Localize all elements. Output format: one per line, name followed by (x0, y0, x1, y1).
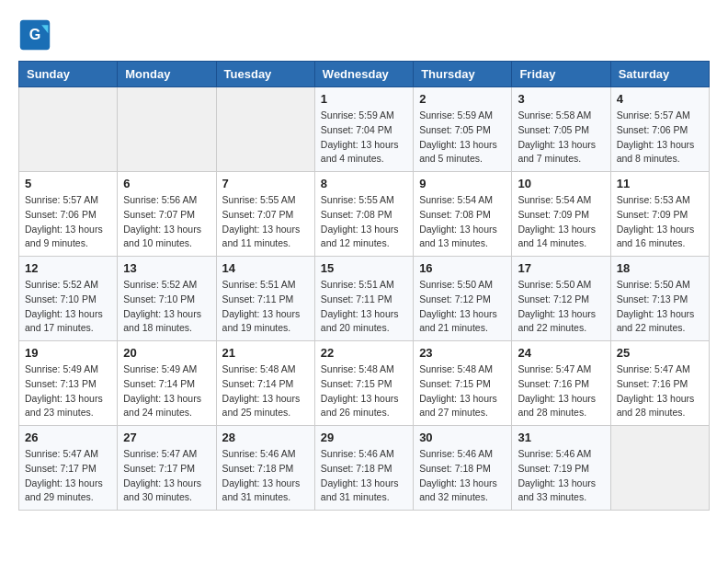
day-info: Sunrise: 5:48 AM Sunset: 7:14 PM Dayligh… (222, 362, 309, 420)
day-info: Sunrise: 5:52 AM Sunset: 7:10 PM Dayligh… (123, 278, 210, 336)
logo: G (18, 18, 57, 52)
calendar-cell: 6 Sunrise: 5:56 AM Sunset: 7:07 PM Dayli… (118, 172, 216, 257)
weekday-header: Sunday (19, 62, 118, 87)
calendar-cell: 20 Sunrise: 5:49 AM Sunset: 7:14 PM Dayl… (118, 341, 216, 426)
day-info: Sunrise: 5:57 AM Sunset: 7:06 PM Dayligh… (617, 109, 703, 167)
weekday-header: Monday (118, 62, 216, 87)
day-number: 1 (321, 92, 407, 106)
calendar-cell: 21 Sunrise: 5:48 AM Sunset: 7:14 PM Dayl… (216, 341, 314, 426)
calendar-week-row: 5 Sunrise: 5:57 AM Sunset: 7:06 PM Dayli… (19, 172, 710, 257)
day-info: Sunrise: 5:54 AM Sunset: 7:09 PM Dayligh… (518, 193, 604, 251)
day-info: Sunrise: 5:47 AM Sunset: 7:17 PM Dayligh… (123, 447, 210, 505)
weekday-header: Wednesday (314, 62, 413, 87)
day-info: Sunrise: 5:47 AM Sunset: 7:16 PM Dayligh… (518, 362, 604, 420)
day-info: Sunrise: 5:46 AM Sunset: 7:18 PM Dayligh… (222, 447, 309, 505)
day-info: Sunrise: 5:51 AM Sunset: 7:11 PM Dayligh… (321, 278, 407, 336)
day-number: 14 (222, 261, 309, 275)
day-number: 30 (419, 431, 506, 444)
calendar-cell: 12 Sunrise: 5:52 AM Sunset: 7:10 PM Dayl… (19, 257, 118, 341)
svg-text:G: G (29, 26, 41, 42)
day-info: Sunrise: 5:50 AM Sunset: 7:12 PM Dayligh… (518, 278, 604, 336)
day-number: 24 (518, 346, 604, 360)
calendar-cell: 23 Sunrise: 5:48 AM Sunset: 7:15 PM Dayl… (414, 341, 512, 426)
calendar-week-row: 19 Sunrise: 5:49 AM Sunset: 7:13 PM Dayl… (19, 341, 710, 426)
calendar-cell: 16 Sunrise: 5:50 AM Sunset: 7:12 PM Dayl… (414, 257, 512, 341)
day-number: 15 (321, 261, 407, 275)
calendar-cell: 17 Sunrise: 5:50 AM Sunset: 7:12 PM Dayl… (512, 257, 610, 341)
calendar-cell: 30 Sunrise: 5:46 AM Sunset: 7:18 PM Dayl… (414, 426, 512, 511)
day-number: 9 (419, 177, 506, 190)
day-number: 26 (25, 431, 111, 444)
day-number: 23 (419, 346, 506, 360)
weekday-header: Friday (512, 62, 610, 87)
calendar-cell: 26 Sunrise: 5:47 AM Sunset: 7:17 PM Dayl… (19, 426, 118, 511)
day-number: 21 (222, 346, 309, 360)
calendar-cell: 5 Sunrise: 5:57 AM Sunset: 7:06 PM Dayli… (19, 172, 118, 257)
logo-icon: G (18, 18, 51, 52)
day-number: 22 (321, 346, 407, 360)
calendar-cell: 3 Sunrise: 5:58 AM Sunset: 7:05 PM Dayli… (512, 87, 610, 172)
day-number: 31 (518, 431, 604, 444)
calendar-week-row: 26 Sunrise: 5:47 AM Sunset: 7:17 PM Dayl… (19, 426, 710, 511)
day-number: 11 (617, 177, 703, 190)
day-number: 4 (617, 92, 703, 106)
day-number: 18 (617, 261, 703, 275)
day-info: Sunrise: 5:50 AM Sunset: 7:12 PM Dayligh… (419, 278, 506, 336)
weekday-header: Thursday (414, 62, 512, 87)
day-info: Sunrise: 5:54 AM Sunset: 7:08 PM Dayligh… (419, 193, 506, 251)
day-info: Sunrise: 5:58 AM Sunset: 7:05 PM Dayligh… (518, 109, 604, 167)
day-info: Sunrise: 5:48 AM Sunset: 7:15 PM Dayligh… (419, 362, 506, 420)
calendar-cell: 31 Sunrise: 5:46 AM Sunset: 7:19 PM Dayl… (512, 426, 610, 511)
calendar-week-row: 12 Sunrise: 5:52 AM Sunset: 7:10 PM Dayl… (19, 257, 710, 341)
day-info: Sunrise: 5:49 AM Sunset: 7:14 PM Dayligh… (123, 362, 210, 420)
calendar-cell: 18 Sunrise: 5:50 AM Sunset: 7:13 PM Dayl… (610, 257, 709, 341)
day-info: Sunrise: 5:57 AM Sunset: 7:06 PM Dayligh… (25, 193, 111, 251)
day-info: Sunrise: 5:55 AM Sunset: 7:07 PM Dayligh… (222, 193, 309, 251)
calendar-cell: 24 Sunrise: 5:47 AM Sunset: 7:16 PM Dayl… (512, 341, 610, 426)
calendar-cell (118, 87, 216, 172)
day-number: 17 (518, 261, 604, 275)
calendar-cell: 1 Sunrise: 5:59 AM Sunset: 7:04 PM Dayli… (314, 87, 413, 172)
calendar-cell: 7 Sunrise: 5:55 AM Sunset: 7:07 PM Dayli… (216, 172, 314, 257)
day-info: Sunrise: 5:46 AM Sunset: 7:19 PM Dayligh… (518, 447, 604, 505)
day-info: Sunrise: 5:48 AM Sunset: 7:15 PM Dayligh… (321, 362, 407, 420)
calendar-cell: 22 Sunrise: 5:48 AM Sunset: 7:15 PM Dayl… (314, 341, 413, 426)
calendar-cell: 15 Sunrise: 5:51 AM Sunset: 7:11 PM Dayl… (314, 257, 413, 341)
day-number: 8 (321, 177, 407, 190)
calendar-header-row: SundayMondayTuesdayWednesdayThursdayFrid… (19, 62, 710, 87)
calendar-cell: 9 Sunrise: 5:54 AM Sunset: 7:08 PM Dayli… (414, 172, 512, 257)
calendar-cell: 11 Sunrise: 5:53 AM Sunset: 7:09 PM Dayl… (610, 172, 709, 257)
calendar-cell: 14 Sunrise: 5:51 AM Sunset: 7:11 PM Dayl… (216, 257, 314, 341)
day-number: 3 (518, 92, 604, 106)
day-number: 2 (419, 92, 506, 106)
weekday-header: Tuesday (216, 62, 314, 87)
day-info: Sunrise: 5:55 AM Sunset: 7:08 PM Dayligh… (321, 193, 407, 251)
day-info: Sunrise: 5:56 AM Sunset: 7:07 PM Dayligh… (123, 193, 210, 251)
day-number: 12 (25, 261, 111, 275)
day-number: 7 (222, 177, 309, 190)
day-number: 19 (25, 346, 111, 360)
day-info: Sunrise: 5:59 AM Sunset: 7:05 PM Dayligh… (419, 109, 506, 167)
day-number: 25 (617, 346, 703, 360)
day-number: 10 (518, 177, 604, 190)
day-info: Sunrise: 5:49 AM Sunset: 7:13 PM Dayligh… (25, 362, 111, 420)
calendar-cell: 27 Sunrise: 5:47 AM Sunset: 7:17 PM Dayl… (118, 426, 216, 511)
day-info: Sunrise: 5:50 AM Sunset: 7:13 PM Dayligh… (617, 278, 703, 336)
day-info: Sunrise: 5:47 AM Sunset: 7:16 PM Dayligh… (617, 362, 703, 420)
day-info: Sunrise: 5:46 AM Sunset: 7:18 PM Dayligh… (419, 447, 506, 505)
day-info: Sunrise: 5:53 AM Sunset: 7:09 PM Dayligh… (617, 193, 703, 251)
day-info: Sunrise: 5:51 AM Sunset: 7:11 PM Dayligh… (222, 278, 309, 336)
day-info: Sunrise: 5:47 AM Sunset: 7:17 PM Dayligh… (25, 447, 111, 505)
weekday-header: Saturday (610, 62, 709, 87)
day-number: 29 (321, 431, 407, 444)
calendar-cell (610, 426, 709, 511)
calendar-cell: 29 Sunrise: 5:46 AM Sunset: 7:18 PM Dayl… (314, 426, 413, 511)
calendar-cell (19, 87, 118, 172)
day-number: 28 (222, 431, 309, 444)
day-number: 6 (123, 177, 210, 190)
page-header: G (18, 18, 710, 52)
day-number: 13 (123, 261, 210, 275)
calendar-cell (216, 87, 314, 172)
calendar-cell: 4 Sunrise: 5:57 AM Sunset: 7:06 PM Dayli… (610, 87, 709, 172)
day-info: Sunrise: 5:59 AM Sunset: 7:04 PM Dayligh… (321, 109, 407, 167)
